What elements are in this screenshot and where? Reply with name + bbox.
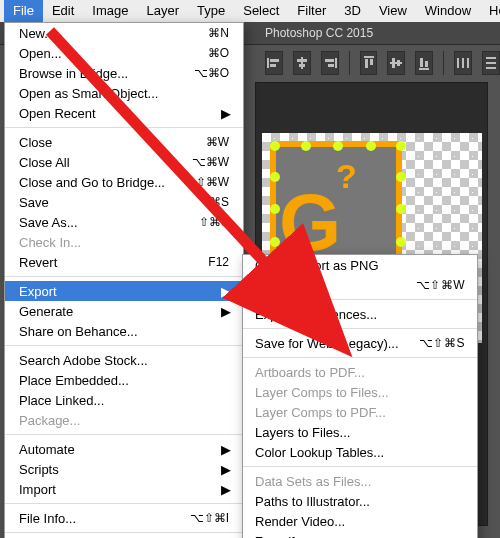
- menu-item-shortcut: ⇧⌘W: [196, 175, 229, 189]
- align-center-h-icon[interactable]: [293, 51, 311, 75]
- svg-rect-8: [328, 64, 334, 67]
- menubar-item-select[interactable]: Select: [234, 0, 288, 22]
- svg-rect-23: [486, 67, 496, 69]
- submenu-arrow-icon: ▶: [221, 106, 229, 121]
- export-submenu: Quick Export as PNGExport As...⌥⇧⌘WExpor…: [242, 254, 478, 538]
- file-menu-export[interactable]: Export▶: [5, 281, 243, 301]
- svg-rect-13: [392, 58, 395, 68]
- file-menu-open[interactable]: Open...⌘O: [5, 43, 243, 63]
- file-menu-import[interactable]: Import▶: [5, 479, 243, 499]
- file-menu-close[interactable]: Close⌘W: [5, 132, 243, 152]
- export-menu-quick-export-as-png[interactable]: Quick Export as PNG: [243, 255, 477, 275]
- align-right-icon[interactable]: [321, 51, 339, 75]
- file-menu-package: Package...: [5, 410, 243, 430]
- svg-rect-6: [335, 58, 337, 68]
- align-center-v-icon[interactable]: [387, 51, 405, 75]
- svg-rect-9: [364, 56, 374, 58]
- file-menu-revert[interactable]: RevertF12: [5, 252, 243, 272]
- export-menu-paths-to-illustrator[interactable]: Paths to Illustrator...: [243, 491, 477, 511]
- file-menu-open-recent[interactable]: Open Recent▶: [5, 103, 243, 123]
- file-menu-new[interactable]: New...⌘N: [5, 23, 243, 43]
- export-menu-export-as[interactable]: Export As...⌥⇧⌘W: [243, 275, 477, 295]
- distribute-h-icon[interactable]: [454, 51, 472, 75]
- export-menu-zoomify[interactable]: Zoomify...: [243, 531, 477, 538]
- menu-item-label: Search Adobe Stock...: [19, 353, 229, 368]
- menu-item-shortcut: ⌥⇧⌘W: [416, 278, 465, 292]
- artwork-question: ?: [336, 157, 357, 196]
- menubar-item-layer[interactable]: Layer: [138, 0, 189, 22]
- menu-item-label: Share on Behance...: [19, 324, 229, 339]
- selection-handle[interactable]: [396, 237, 406, 247]
- menu-item-label: Data Sets as Files...: [255, 474, 465, 489]
- export-menu-save-for-web-legacy[interactable]: Save for Web (Legacy)...⌥⇧⌘S: [243, 333, 477, 353]
- file-menu-search-adobe-stock[interactable]: Search Adobe Stock...: [5, 350, 243, 370]
- file-menu-save-as[interactable]: Save As...⇧⌘S: [5, 212, 243, 232]
- export-menu-layer-comps-to-files: Layer Comps to Files...: [243, 382, 477, 402]
- menu-separator: [243, 357, 477, 358]
- svg-rect-19: [462, 58, 464, 68]
- export-menu-data-sets-as-files: Data Sets as Files...: [243, 471, 477, 491]
- svg-rect-2: [270, 64, 276, 67]
- selection-handle[interactable]: [396, 204, 406, 214]
- export-menu-export-preferences[interactable]: Export Preferences...: [243, 304, 477, 324]
- menu-item-label: Import: [19, 482, 221, 497]
- menu-separator: [5, 345, 243, 346]
- selection-handle[interactable]: [270, 204, 280, 214]
- selection-handle[interactable]: [396, 141, 406, 151]
- file-menu-save[interactable]: Save⌘S: [5, 192, 243, 212]
- export-menu-color-lookup-tables[interactable]: Color Lookup Tables...: [243, 442, 477, 462]
- file-menu-generate[interactable]: Generate▶: [5, 301, 243, 321]
- selection-handle[interactable]: [270, 237, 280, 247]
- menu-separator: [5, 434, 243, 435]
- menubar-item-filter[interactable]: Filter: [288, 0, 335, 22]
- menu-item-shortcut: ⌥⇧⌘I: [190, 511, 229, 525]
- menu-item-label: Export: [19, 284, 221, 299]
- align-top-icon[interactable]: [360, 51, 378, 75]
- separator: [443, 51, 444, 75]
- selection-handle[interactable]: [396, 172, 406, 182]
- menu-item-label: Open as Smart Object...: [19, 86, 229, 101]
- menu-item-shortcut: ⌘N: [208, 26, 229, 40]
- menu-item-label: Package...: [19, 413, 229, 428]
- file-menu-browse-in-bridge[interactable]: Browse in Bridge...⌥⌘O: [5, 63, 243, 83]
- file-menu-place-linked[interactable]: Place Linked...: [5, 390, 243, 410]
- menu-item-label: Place Linked...: [19, 393, 229, 408]
- file-menu-file-info[interactable]: File Info...⌥⇧⌘I: [5, 508, 243, 528]
- file-menu-share-on-behance[interactable]: Share on Behance...: [5, 321, 243, 341]
- align-left-icon[interactable]: [265, 51, 283, 75]
- menubar-item-image[interactable]: Image: [83, 0, 137, 22]
- menu-separator: [5, 503, 243, 504]
- menu-item-label: Color Lookup Tables...: [255, 445, 465, 460]
- menubar-item-edit[interactable]: Edit: [43, 0, 83, 22]
- file-menu-automate[interactable]: Automate▶: [5, 439, 243, 459]
- menubar-item-help[interactable]: Help: [480, 0, 500, 22]
- export-menu-render-video[interactable]: Render Video...: [243, 511, 477, 531]
- menubar-item-window[interactable]: Window: [416, 0, 480, 22]
- svg-rect-11: [370, 59, 373, 65]
- menu-item-label: Open Recent: [19, 106, 221, 121]
- menubar-item-3d[interactable]: 3D: [335, 0, 370, 22]
- selection-handle[interactable]: [366, 141, 376, 151]
- svg-rect-21: [486, 57, 496, 59]
- file-menu-close-all[interactable]: Close All⌥⌘W: [5, 152, 243, 172]
- file-menu-place-embedded[interactable]: Place Embedded...: [5, 370, 243, 390]
- export-menu-layers-to-files[interactable]: Layers to Files...: [243, 422, 477, 442]
- selection-handle[interactable]: [270, 172, 280, 182]
- align-bottom-icon[interactable]: [415, 51, 433, 75]
- svg-rect-4: [297, 59, 307, 62]
- selection-handle[interactable]: [301, 141, 311, 151]
- menubar-item-view[interactable]: View: [370, 0, 416, 22]
- menubar-item-file[interactable]: File: [4, 0, 43, 22]
- menubar-item-type[interactable]: Type: [188, 0, 234, 22]
- menu-item-label: Layers to Files...: [255, 425, 465, 440]
- export-menu-layer-comps-to-pdf: Layer Comps to PDF...: [243, 402, 477, 422]
- menu-item-label: New...: [19, 26, 200, 41]
- menu-separator: [243, 299, 477, 300]
- selection-handle[interactable]: [270, 141, 280, 151]
- file-menu-close-and-go-to-bridge[interactable]: Close and Go to Bridge...⇧⌘W: [5, 172, 243, 192]
- file-menu-scripts[interactable]: Scripts▶: [5, 459, 243, 479]
- separator: [349, 51, 350, 75]
- selection-handle[interactable]: [333, 141, 343, 151]
- distribute-v-icon[interactable]: [482, 51, 500, 75]
- file-menu-open-as-smart-object[interactable]: Open as Smart Object...: [5, 83, 243, 103]
